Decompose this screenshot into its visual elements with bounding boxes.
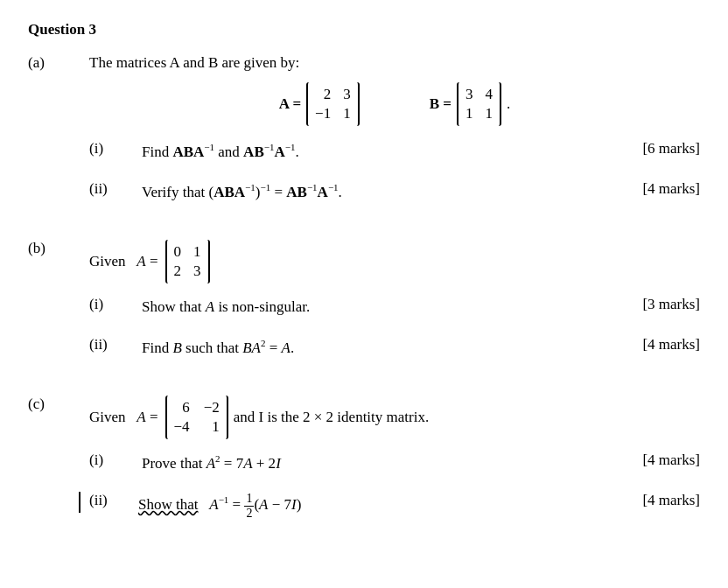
a01: 3 bbox=[343, 86, 351, 103]
part-c-ii-row: (ii) Show that A−1 = 12(A − 7I) [4 marks… bbox=[89, 492, 700, 520]
a-inv-c-sup: −1 bbox=[219, 494, 229, 505]
part-c-ii-marks: [4 marks] bbox=[621, 492, 700, 509]
aba2-sup: −1 bbox=[245, 182, 256, 192]
part-a-ii-row: (ii) Verify that (ABA−1)−1 = AB−1A−1. [4… bbox=[89, 180, 700, 203]
part-a-i-label: (i) bbox=[89, 140, 142, 158]
cp11: 1 bbox=[204, 418, 220, 436]
part-c-i-label: (i) bbox=[89, 452, 142, 469]
a00: 2 bbox=[315, 86, 331, 103]
part-b-ii-label: (ii) bbox=[89, 336, 142, 354]
part-a-i-marks: [6 marks] bbox=[621, 140, 700, 158]
matrix-b-label: B = bbox=[430, 95, 452, 113]
matrix-b-part-grid: 0 1 2 3 bbox=[174, 243, 201, 280]
matrix-b-paren: 3 4 1 1 bbox=[457, 82, 501, 126]
part-b-i-marks: [3 marks] bbox=[621, 296, 700, 313]
matrix-a-paren: 2 3 −1 1 bbox=[306, 82, 360, 126]
bp01: 1 bbox=[193, 243, 201, 261]
part-c-ii-content: Show that A−1 = 12(A − 7I) bbox=[138, 492, 621, 520]
cp00: 6 bbox=[174, 399, 190, 416]
part-c-i: (i) Prove that A2 = 7A + 2I [4 marks] bbox=[89, 452, 700, 474]
part-a-ii: (ii) Verify that (ABA−1)−1 = AB−1A−1. [4… bbox=[89, 180, 700, 203]
part-a-ii-content: Verify that (ABA−1)−1 = AB−1A−1. bbox=[142, 180, 621, 203]
matrix-c-part: 6 −2 −4 1 bbox=[165, 396, 228, 439]
left-margin-indicator bbox=[79, 492, 86, 513]
cp10: −4 bbox=[174, 418, 190, 436]
matrix-b-expr: B = 3 4 1 1 . bbox=[430, 82, 511, 126]
part-c-ii-label: (ii) bbox=[86, 492, 138, 509]
cp01: −2 bbox=[204, 399, 220, 416]
given-text-b: Given A = bbox=[89, 253, 158, 270]
a2-inv-sup: −1 bbox=[328, 182, 339, 192]
b11: 1 bbox=[485, 105, 493, 122]
part-a-i: (i) Find ABA−1 and AB−1A−1. [6 marks] bbox=[89, 140, 700, 163]
part-c: (c) Given A = 6 −2 −4 1 and I is the 2 ×… bbox=[28, 396, 700, 537]
matrix-b-part: 0 1 2 3 bbox=[165, 240, 210, 284]
part-c-content: Given A = 6 −2 −4 1 and I is the 2 × 2 i… bbox=[89, 396, 700, 537]
bp11: 3 bbox=[193, 262, 201, 280]
part-a: (a) The matrices A and B are given by: A… bbox=[28, 54, 700, 220]
part-a-intro: The matrices A and B are given by: bbox=[89, 54, 700, 72]
bp10: 2 bbox=[174, 262, 182, 280]
a-sq-sup: 2 bbox=[215, 453, 220, 464]
part-c-i-row: (i) Prove that A2 = 7A + 2I [4 marks] bbox=[89, 452, 700, 474]
part-a-i-row: (i) Find ABA−1 and AB−1A−1. [6 marks] bbox=[89, 140, 700, 163]
part-c-i-marks: [4 marks] bbox=[621, 452, 700, 469]
b01: 4 bbox=[485, 86, 493, 103]
part-a-i-content: Find ABA−1 and AB−1A−1. bbox=[142, 140, 621, 163]
a11: 1 bbox=[343, 105, 351, 122]
outer-inv-sup: −1 bbox=[260, 182, 270, 192]
bp00: 0 bbox=[174, 243, 182, 261]
ba2-sup: 2 bbox=[261, 338, 266, 348]
part-a-label: (a) bbox=[28, 54, 89, 220]
matrix-c-grid: 6 −2 −4 1 bbox=[174, 399, 220, 436]
b-inv-sup: −1 bbox=[264, 142, 275, 152]
part-b-i-content: Show that A is non-singular. bbox=[142, 296, 621, 318]
a10: −1 bbox=[315, 105, 331, 122]
part-b-given-line: Given A = 0 1 2 3 bbox=[89, 240, 700, 284]
part-b-ii: (ii) Find B such that BA2 = A. [4 marks] bbox=[89, 336, 700, 359]
b2-inv-sup: −1 bbox=[307, 182, 318, 192]
part-b: (b) Given A = 0 1 2 3 (i) Show that A is… bbox=[28, 240, 700, 376]
part-c-given-line: Given A = 6 −2 −4 1 and I is the 2 × 2 i… bbox=[89, 396, 700, 439]
aba-sup: −1 bbox=[204, 142, 214, 152]
part-c-label: (c) bbox=[28, 396, 89, 537]
part-a-ii-marks: [4 marks] bbox=[621, 180, 700, 198]
part-a-ii-label: (ii) bbox=[89, 180, 142, 198]
b-period: . bbox=[507, 95, 510, 113]
part-c-ii: (ii) Show that A−1 = 12(A − 7I) [4 marks… bbox=[89, 492, 700, 520]
b10: 1 bbox=[466, 105, 473, 122]
matrix-a-label: A = bbox=[279, 95, 301, 113]
show-underline: Show that bbox=[138, 496, 198, 513]
given-text-c: Given A = bbox=[89, 409, 158, 426]
a-inv-sup: −1 bbox=[285, 142, 296, 152]
matrix-a-expr: A = 2 3 −1 1 bbox=[279, 82, 360, 126]
part-a-content: The matrices A and B are given by: A = 2… bbox=[89, 54, 700, 220]
part-b-i: (i) Show that A is non-singular. [3 mark… bbox=[89, 296, 700, 318]
b00: 3 bbox=[466, 86, 473, 103]
and-i-text: and I is the 2 × 2 identity matrix. bbox=[234, 409, 429, 426]
part-b-content: Given A = 0 1 2 3 (i) Show that A is non… bbox=[89, 240, 700, 376]
part-c-i-content: Prove that A2 = 7A + 2I bbox=[142, 452, 621, 474]
part-b-ii-marks: [4 marks] bbox=[621, 336, 700, 354]
matrix-b-grid: 3 4 1 1 bbox=[466, 86, 493, 122]
part-b-i-row: (i) Show that A is non-singular. [3 mark… bbox=[89, 296, 700, 318]
half-fraction: 12 bbox=[244, 492, 254, 520]
part-b-ii-content: Find B such that BA2 = A. bbox=[142, 336, 621, 359]
part-b-i-label: (i) bbox=[89, 296, 142, 313]
question-title: Question 3 bbox=[28, 21, 700, 38]
matrices-display: A = 2 3 −1 1 B = 3 4 1 bbox=[89, 82, 700, 126]
part-b-label: (b) bbox=[28, 240, 89, 376]
matrix-a-grid: 2 3 −1 1 bbox=[315, 86, 351, 122]
part-b-ii-row: (ii) Find B such that BA2 = A. [4 marks] bbox=[89, 336, 700, 359]
